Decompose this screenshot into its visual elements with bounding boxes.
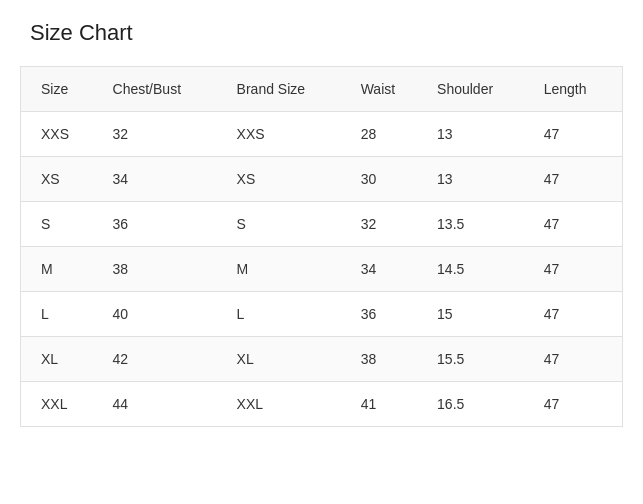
cell-3-2: M bbox=[227, 247, 351, 292]
table-row: XS34XS301347 bbox=[21, 157, 623, 202]
cell-4-0: L bbox=[21, 292, 103, 337]
cell-3-3: 34 bbox=[351, 247, 427, 292]
col-header-waist: Waist bbox=[351, 67, 427, 112]
cell-6-2: XXL bbox=[227, 382, 351, 427]
cell-2-2: S bbox=[227, 202, 351, 247]
cell-1-0: XS bbox=[21, 157, 103, 202]
cell-2-3: 32 bbox=[351, 202, 427, 247]
cell-1-2: XS bbox=[227, 157, 351, 202]
cell-1-5: 47 bbox=[534, 157, 623, 202]
cell-0-4: 13 bbox=[427, 112, 534, 157]
cell-4-5: 47 bbox=[534, 292, 623, 337]
cell-5-3: 38 bbox=[351, 337, 427, 382]
cell-3-5: 47 bbox=[534, 247, 623, 292]
cell-1-3: 30 bbox=[351, 157, 427, 202]
cell-2-1: 36 bbox=[103, 202, 227, 247]
cell-5-2: XL bbox=[227, 337, 351, 382]
cell-4-4: 15 bbox=[427, 292, 534, 337]
cell-1-4: 13 bbox=[427, 157, 534, 202]
cell-3-4: 14.5 bbox=[427, 247, 534, 292]
cell-6-5: 47 bbox=[534, 382, 623, 427]
cell-5-0: XL bbox=[21, 337, 103, 382]
cell-6-0: XXL bbox=[21, 382, 103, 427]
cell-6-1: 44 bbox=[103, 382, 227, 427]
table-row: XXS32XXS281347 bbox=[21, 112, 623, 157]
col-header-chest-bust: Chest/Bust bbox=[103, 67, 227, 112]
cell-0-0: XXS bbox=[21, 112, 103, 157]
cell-3-1: 38 bbox=[103, 247, 227, 292]
table-row: S36S3213.547 bbox=[21, 202, 623, 247]
cell-4-3: 36 bbox=[351, 292, 427, 337]
table-row: XXL44XXL4116.547 bbox=[21, 382, 623, 427]
cell-0-5: 47 bbox=[534, 112, 623, 157]
cell-1-1: 34 bbox=[103, 157, 227, 202]
cell-4-1: 40 bbox=[103, 292, 227, 337]
cell-5-5: 47 bbox=[534, 337, 623, 382]
page-title: Size Chart bbox=[20, 20, 623, 46]
table-row: XL42XL3815.547 bbox=[21, 337, 623, 382]
table-header-row: SizeChest/BustBrand SizeWaistShoulderLen… bbox=[21, 67, 623, 112]
cell-6-4: 16.5 bbox=[427, 382, 534, 427]
cell-6-3: 41 bbox=[351, 382, 427, 427]
cell-2-4: 13.5 bbox=[427, 202, 534, 247]
cell-0-1: 32 bbox=[103, 112, 227, 157]
col-header-shoulder: Shoulder bbox=[427, 67, 534, 112]
cell-2-5: 47 bbox=[534, 202, 623, 247]
cell-5-1: 42 bbox=[103, 337, 227, 382]
cell-3-0: M bbox=[21, 247, 103, 292]
size-chart-table: SizeChest/BustBrand SizeWaistShoulderLen… bbox=[20, 66, 623, 427]
cell-0-3: 28 bbox=[351, 112, 427, 157]
cell-2-0: S bbox=[21, 202, 103, 247]
col-header-size: Size bbox=[21, 67, 103, 112]
table-row: M38M3414.547 bbox=[21, 247, 623, 292]
col-header-length: Length bbox=[534, 67, 623, 112]
cell-0-2: XXS bbox=[227, 112, 351, 157]
cell-5-4: 15.5 bbox=[427, 337, 534, 382]
col-header-brand size: Brand Size bbox=[227, 67, 351, 112]
table-row: L40L361547 bbox=[21, 292, 623, 337]
cell-4-2: L bbox=[227, 292, 351, 337]
